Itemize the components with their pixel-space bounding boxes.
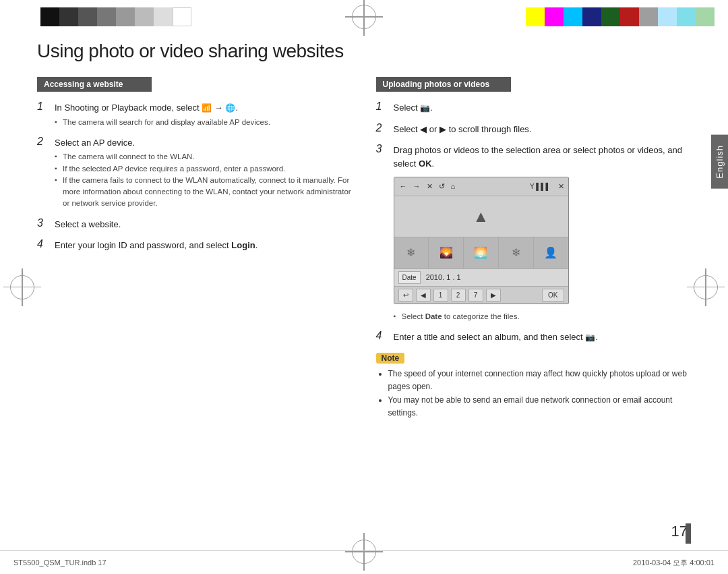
step-4: 4 Enter your login ID and password, and … — [37, 239, 353, 252]
step-3: 3 Select a website. — [37, 218, 353, 231]
step-2-sub-2: If the selected AP device requires a pas… — [55, 163, 353, 175]
cam-fwd-btn[interactable]: → — [412, 180, 422, 193]
nav-page-2[interactable]: 2 — [451, 289, 466, 302]
swatch-medium-gray — [639, 7, 658, 26]
step-2-sub-1: The camera will connect to the WLAN. — [55, 151, 353, 163]
english-tab: English — [711, 135, 728, 189]
r-step-4: 4 Enter a title and select an album, and… — [376, 331, 692, 344]
step-2-sub-3: If the camera fails to connect to the WL… — [55, 175, 353, 210]
swatch-cyan — [564, 7, 582, 26]
right-section-header: Uploading photos or videos — [376, 77, 511, 92]
r-step-3-sublist: Select Date to categorize the files. — [394, 311, 692, 322]
camera-toolbar: ← → ✕ ↺ ⌂ Y ▌▌▌ ✕ — [394, 177, 568, 196]
color-bar-top — [0, 0, 728, 34]
step-3-content: Select a website. — [55, 218, 353, 231]
bottom-right-text: 2010-03-04 오후 4:00:01 — [633, 558, 715, 568]
note-section: Note The speed of your internet connecti… — [376, 353, 692, 420]
swatch-black — [40, 7, 59, 26]
date-value: 2010. 1 . 1 — [426, 272, 461, 283]
date-label-btn[interactable]: Date — [398, 271, 421, 284]
r-step-2: 2 Select ◀ or ▶ to scroll through files. — [376, 123, 692, 136]
upload-icon-2: 📷 — [585, 331, 595, 343]
camera-ui: ← → ✕ ↺ ⌂ Y ▌▌▌ ✕ ▲ ❄ — [394, 177, 569, 304]
nav-page-1[interactable]: 1 — [433, 289, 448, 302]
bottom-left-text: ST5500_QSM_TUR.indb 17 — [13, 558, 107, 567]
step-4-content: Enter your login ID and password, and se… — [55, 239, 353, 252]
nav-prev-btn[interactable]: ◀ — [416, 289, 431, 302]
thumb-3[interactable]: 🌅 — [464, 237, 499, 268]
right-column: Uploading photos or videos 1 Select 📷. 2… — [376, 77, 692, 420]
camera-date-bar: Date 2010. 1 . 1 — [394, 269, 568, 287]
login-text: Login — [231, 240, 255, 250]
r-step-1-content: Select 📷. — [394, 101, 692, 115]
bottom-bar: ST5500_QSM_TUR.indb 17 2010-03-04 오후 4:0… — [0, 550, 728, 574]
swatch-gray4 — [135, 7, 154, 26]
step-1-content: In Shooting or Playback mode, select 📶 →… — [55, 101, 353, 128]
camera-main-area: ▲ — [394, 196, 568, 237]
step-4-num: 4 — [37, 238, 51, 250]
nav-back-btn[interactable]: ↩ — [398, 289, 413, 302]
swatch-magenta — [545, 7, 564, 26]
swatch-dark-green — [601, 7, 620, 26]
color-strip-right — [526, 7, 715, 26]
r-step-3-sub-1: Select Date to categorize the files. — [394, 311, 692, 322]
note-item-1: The speed of your internet connection ma… — [388, 368, 692, 393]
cam-back-btn[interactable]: ← — [398, 180, 408, 193]
swatch-dark-gray — [59, 7, 78, 26]
r-step-4-content: Enter a title and select an album, and t… — [394, 331, 692, 344]
cam-home-btn[interactable]: ⌂ — [450, 180, 457, 193]
ok-text: OK — [419, 159, 432, 169]
note-label: Note — [376, 353, 405, 364]
cam-refresh-btn[interactable]: ↺ — [437, 180, 446, 193]
swatch-teal — [677, 7, 696, 26]
camera-thumbnails: ❄ 🌄 🌅 ❄ 👤 — [394, 237, 568, 269]
swatch-gray3 — [116, 7, 135, 26]
nav-next-btn[interactable]: ▶ — [486, 289, 501, 302]
swatch-pale-blue — [658, 7, 677, 26]
r-step-2-content: Select ◀ or ▶ to scroll through files. — [394, 123, 692, 136]
swatch-white — [173, 7, 191, 26]
up-arrow-icon: ▲ — [473, 204, 489, 229]
main-content: Using photo or video sharing websites Ac… — [37, 40, 691, 544]
note-item-2: You may not be able to send an email due… — [388, 394, 692, 420]
step-1-num: 1 — [37, 101, 51, 113]
r-step-2-num: 2 — [376, 122, 390, 134]
step-2-content: Select an AP device. The camera will con… — [55, 136, 353, 210]
nav-ok-btn[interactable]: OK — [542, 289, 564, 302]
swatch-gray1 — [78, 7, 97, 26]
nav-page-7[interactable]: 7 — [468, 289, 483, 302]
r-step-1-num: 1 — [376, 101, 390, 113]
left-section-header: Accessing a website — [37, 77, 152, 92]
thumb-4[interactable]: ❄ — [499, 237, 534, 268]
r-step-4-num: 4 — [376, 330, 390, 342]
page-title: Using photo or video sharing websites — [37, 40, 691, 62]
web-icon: 🌐 — [225, 102, 235, 114]
note-header: Note — [376, 353, 692, 364]
step-1-sub-1: The camera will search for and display a… — [55, 117, 353, 128]
swatch-dark-red — [620, 7, 639, 26]
color-strip-left — [40, 7, 191, 26]
r-step-1: 1 Select 📷. — [376, 101, 692, 115]
page-number-bar — [686, 523, 691, 544]
signal-icon: Y ▌▌▌ — [530, 181, 551, 192]
reg-mark-right — [694, 275, 718, 299]
thumb-1[interactable]: ❄ — [394, 237, 429, 268]
cam-x-btn[interactable]: ✕ — [558, 181, 564, 192]
thumb-2[interactable]: 🌄 — [429, 237, 464, 268]
r-step-3-num: 3 — [376, 143, 390, 155]
cam-close-btn[interactable]: ✕ — [425, 180, 434, 193]
wifi-icon: 📶 — [202, 102, 212, 114]
note-list: The speed of your internet connection ma… — [376, 368, 692, 420]
thumb-5[interactable]: 👤 — [534, 237, 568, 268]
swatch-pale-green — [696, 7, 715, 26]
left-column: Accessing a website 1 In Shooting or Pla… — [37, 77, 353, 420]
step-3-num: 3 — [37, 217, 51, 229]
step-2-num: 2 — [37, 136, 51, 148]
r-step-3: 3 Drag photos or videos to the selection… — [376, 144, 692, 322]
step-1: 1 In Shooting or Playback mode, select 📶… — [37, 101, 353, 128]
swatch-gray2 — [97, 7, 116, 26]
reg-mark-left — [10, 275, 34, 299]
step-1-sublist: The camera will search for and display a… — [55, 117, 353, 128]
two-col-layout: Accessing a website 1 In Shooting or Pla… — [37, 77, 691, 420]
swatch-dark-blue — [582, 7, 601, 26]
